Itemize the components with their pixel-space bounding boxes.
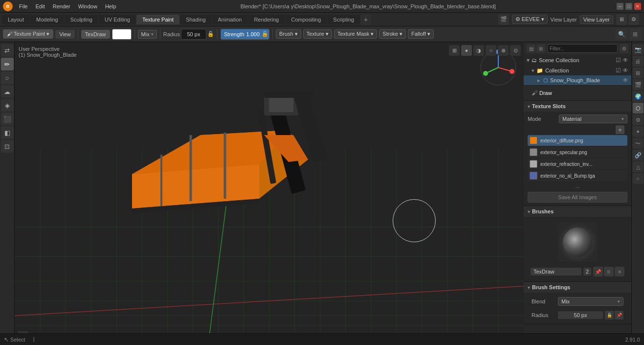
brush-dropdown[interactable]: Brush ▾ [276,29,301,39]
scene-collection-checkbox[interactable]: ☑ [616,57,621,64]
strength-lock-icon[interactable]: 🔓 [262,31,268,37]
tab-rendering[interactable]: Rendering [248,15,285,24]
prop-output-icon[interactable]: 🖨 [633,56,644,67]
tab-compositing[interactable]: Compositing [285,15,327,24]
menu-window[interactable]: Window [75,2,101,10]
collection-expand-icon[interactable]: ▾ [532,68,534,74]
mask-tool[interactable]: ◧ [1,126,14,139]
brush-type-button[interactable]: TexDraw [81,30,110,39]
minimize-button[interactable]: ─ [617,3,623,10]
outliner-settings-icon[interactable]: ⚙ [620,44,628,53]
prop-constraints-icon[interactable]: 🔗 [633,150,644,161]
view-layer-dropdown[interactable]: View Layer [580,15,613,24]
tab-layout[interactable]: Layout [2,15,30,24]
texture-slots-header[interactable]: ▾ Texture Slots [524,101,631,112]
view-icon[interactable]: ⊞ [616,14,627,25]
prop-physics-icon[interactable]: 〜 [633,138,644,149]
toolbar-search-icon[interactable]: 🔍 [616,29,627,40]
stroke-dropdown[interactable]: Stroke ▾ [379,29,406,39]
scene-collection-expand-icon[interactable]: ▾ [527,57,530,64]
viewport-shading-rendered[interactable]: ○ [486,45,496,56]
scene-selector[interactable]: 🎬 [498,14,509,25]
radius-input[interactable] [181,29,206,40]
viewport[interactable]: User Perspective (1) Snow_Plough_Blade Z… [15,42,524,345]
blend-dropdown[interactable]: Mix ▾ [138,30,157,39]
object-eye[interactable]: 👁 [622,77,628,84]
collection-eye[interactable]: 👁 [622,67,628,74]
tab-sculpting[interactable]: Sculpting [65,15,98,24]
texture-slot-item-0[interactable]: exterior_diffuse.png [528,135,627,146]
outliner-type-icon[interactable]: ▤ [527,44,535,53]
tab-modeling[interactable]: Modeling [30,15,64,24]
xray-toggle[interactable]: ⊙ [510,45,521,56]
prop-modifier-icon[interactable]: ⚙ [633,115,644,125]
menu-edit[interactable]: Edit [32,2,48,10]
brush-delete-icon[interactable]: ✕ [615,267,624,276]
more-textures[interactable]: ... [528,182,627,190]
brush-settings-header[interactable]: ▾ Brush Settings [524,282,631,293]
blend-settings-dropdown[interactable]: Mix ▾ [558,297,623,306]
maximize-button[interactable]: □ [625,3,632,10]
header-settings-icon[interactable]: ⚙ [628,14,639,25]
radius-pin-icon[interactable]: 📌 [615,311,623,320]
texture-dropdown[interactable]: Texture ▾ [303,29,332,39]
viewport-shading-material[interactable]: ◑ [473,45,484,56]
prop-scene-icon[interactable]: 🎬 [633,79,644,90]
view-transform-icon[interactable]: ⊞ [449,45,460,56]
mode-selector[interactable]: 🖌 Texture Paint ▾ [3,29,53,39]
add-texture-slot-button[interactable]: + [616,125,624,134]
radius-bs-value[interactable]: 50 px [558,311,603,319]
color-swatch[interactable] [112,29,132,40]
viewport-shading-solid[interactable]: ● [461,45,472,56]
texture-mask-dropdown[interactable]: Texture Mask ▾ [334,29,377,39]
brush-pin-icon[interactable]: 📌 [593,267,603,276]
fill-tool[interactable]: ⬛ [1,113,14,125]
filter-icon[interactable]: ⊞ [629,29,641,40]
draw-tool[interactable]: ✏ [1,58,14,70]
radius-lock-icon[interactable]: 🔓 [605,311,614,320]
tab-texture-paint[interactable]: Texture Paint [136,15,179,24]
falloff-dropdown[interactable]: Falloff ▾ [408,29,434,39]
add-tab-button[interactable]: + [360,14,371,25]
menu-help[interactable]: Help [102,2,120,10]
outliner-search[interactable] [547,44,618,53]
mode-dropdown[interactable]: Material ▾ [559,115,627,123]
tab-uv-editing[interactable]: UV Editing [99,15,136,24]
collection-checkbox[interactable]: ☑ [616,67,621,74]
brushes-header[interactable]: ▾ Brushes [524,206,631,217]
texture-slot-item-3[interactable]: exterior_no_al_Bump.tga [528,170,627,181]
right-panel-content: ▤ ⊞ ⚙ ▾ 🗂 Scene Collection ☑ 👁 [524,42,631,345]
erase-tool[interactable]: ⊡ [1,140,14,153]
left-nav-icon[interactable]: ⇄ [1,44,14,57]
menu-file[interactable]: File [16,2,31,10]
outliner-filter-icon[interactable]: ⊞ [536,44,545,53]
soften-tool[interactable]: ○ [1,71,14,84]
scene-collection-eye[interactable]: 👁 [622,57,628,64]
prop-view-layer-icon[interactable]: ⊞ [633,68,644,78]
save-all-images-button[interactable]: Save All Images [528,192,627,203]
clone-tool[interactable]: ◈ [1,99,14,112]
close-button[interactable]: ✕ [634,3,641,10]
texture-slot-item-2[interactable]: exterior_refraction_inv... [528,159,627,169]
strength-slider[interactable]: Strength 1.000 🔓 [221,29,269,40]
brushes-body: TexDraw 2 📌 ⎘ ✕ [524,217,631,281]
brush-name[interactable]: TexDraw [531,268,581,276]
tab-shading[interactable]: Shading [180,15,211,24]
prop-particles-icon[interactable]: ✦ [633,126,644,137]
radius-lock-icon[interactable]: 🔓 [207,31,214,37]
brush-copy-icon[interactable]: ⎘ [604,267,614,276]
prop-material-icon[interactable]: ○ [633,173,644,184]
smear-tool[interactable]: ☁ [1,85,14,98]
tab-animation[interactable]: Animation [212,15,248,24]
texture-slot-item-1[interactable]: exterior_specular.png [528,147,627,158]
menu-render[interactable]: Render [49,2,74,10]
prop-object-data-icon[interactable]: △ [633,161,644,172]
prop-world-icon[interactable]: 🌍 [633,91,644,102]
object-row[interactable]: ▸ ⬡ Snow_Plough_Blade 👁 [524,75,631,85]
view-button[interactable]: View [55,30,75,39]
prop-render-icon[interactable]: 📷 [633,44,644,55]
engine-dropdown[interactable]: ⚙ EEVEE ▾ [512,15,548,24]
overlay-toggle[interactable]: ⊗ [498,45,509,56]
tab-scripting[interactable]: Scripting [327,15,360,24]
prop-object-icon[interactable]: ⬡ [633,103,644,114]
